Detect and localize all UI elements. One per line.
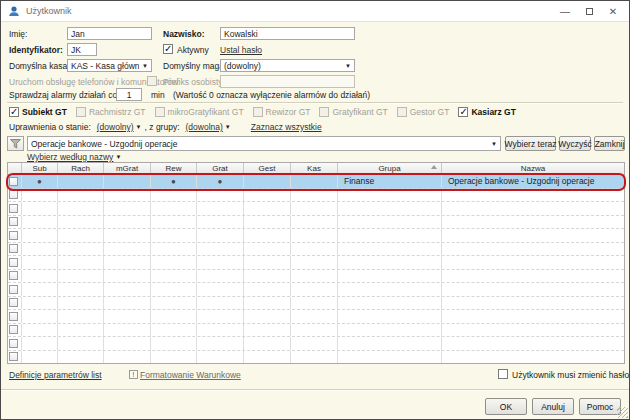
product-checkbox bbox=[155, 107, 165, 117]
set-password-link[interactable]: Ustal hasło bbox=[220, 45, 262, 55]
cell-sub bbox=[22, 283, 58, 296]
cell-mgrat bbox=[104, 175, 151, 188]
permission-row-empty[interactable] bbox=[8, 351, 624, 364]
last-name-input[interactable] bbox=[220, 27, 355, 40]
cell-rach bbox=[58, 351, 104, 364]
funnel-icon bbox=[10, 139, 21, 149]
select-now-button[interactable]: Wybierz teraz bbox=[505, 136, 556, 151]
product-checkbox[interactable] bbox=[458, 107, 468, 117]
select-all-link[interactable]: Zaznacz wszystkie bbox=[251, 122, 322, 132]
row-checkbox-cell bbox=[8, 297, 22, 310]
permission-row-empty[interactable] bbox=[8, 297, 624, 311]
row-checkbox[interactable] bbox=[9, 312, 18, 321]
first-name-input[interactable] bbox=[67, 27, 152, 40]
row-checkbox[interactable] bbox=[9, 285, 18, 294]
cell-mgrat bbox=[104, 337, 151, 350]
maximize-icon[interactable] bbox=[577, 2, 601, 21]
conditional-format-link[interactable]: Formatowanie Warunkowe bbox=[140, 370, 241, 380]
default-cash-label: Domyślna kasa: bbox=[9, 61, 69, 71]
product-checkbox bbox=[319, 107, 329, 117]
product-checkbox[interactable] bbox=[9, 107, 19, 117]
column-header-rew[interactable]: Rew bbox=[151, 163, 197, 174]
cell-gest bbox=[244, 175, 291, 188]
group-filter-link[interactable]: (dowolna) bbox=[186, 122, 223, 132]
row-checkbox[interactable] bbox=[9, 271, 18, 280]
row-checkbox[interactable] bbox=[9, 190, 18, 199]
state-filter-link[interactable]: (dowolny) bbox=[97, 122, 134, 132]
row-checkbox[interactable] bbox=[9, 339, 18, 348]
cell-mgrat bbox=[104, 229, 151, 242]
column-header-rach[interactable]: Rach bbox=[58, 163, 104, 174]
minimize-icon[interactable]: — bbox=[553, 2, 577, 21]
column-header-grupa[interactable]: Grupa bbox=[338, 163, 442, 174]
product-toggle[interactable]: Subiekt GT bbox=[9, 107, 67, 117]
column-header-mgrat[interactable]: mGrat bbox=[104, 163, 151, 174]
cell-mgrat bbox=[104, 216, 151, 229]
column-header-gest[interactable]: Gest bbox=[244, 163, 291, 174]
row-checkbox[interactable] bbox=[9, 231, 18, 240]
row-checkbox[interactable] bbox=[9, 325, 18, 334]
row-checkbox[interactable] bbox=[9, 298, 18, 307]
permission-row-empty[interactable] bbox=[8, 270, 624, 284]
filter-button[interactable] bbox=[7, 136, 24, 151]
clear-button[interactable]: Wyczyść bbox=[559, 136, 591, 151]
list-params-link[interactable]: Definicje parametrów list bbox=[9, 370, 102, 380]
cell-gest bbox=[244, 243, 291, 256]
cell-grupa bbox=[338, 283, 442, 296]
cell-kas bbox=[291, 337, 338, 350]
cell-rach bbox=[58, 297, 104, 310]
permission-row-empty[interactable] bbox=[8, 337, 624, 351]
cell-grat bbox=[197, 243, 244, 256]
cell-nazwa bbox=[442, 297, 624, 310]
cell-kas bbox=[291, 310, 338, 323]
alarms-unit: min bbox=[151, 90, 165, 100]
default-warehouse-dropdown[interactable]: (dowolny) ▼ bbox=[220, 59, 355, 72]
cell-kas bbox=[291, 216, 338, 229]
resize-grip[interactable] bbox=[617, 407, 628, 418]
cell-rew bbox=[151, 297, 197, 310]
cell-gest bbox=[244, 270, 291, 283]
table-corner-cell bbox=[8, 163, 22, 174]
row-checkbox[interactable] bbox=[9, 244, 18, 253]
column-header-kas[interactable]: Kas bbox=[291, 163, 338, 174]
cell-nazwa bbox=[442, 216, 624, 229]
product-toggle[interactable]: Kasiarz GT bbox=[458, 107, 515, 117]
column-header-nazwa[interactable]: Nazwa bbox=[442, 163, 624, 174]
cancel-button[interactable]: Anuluj bbox=[532, 398, 574, 415]
row-checkbox[interactable] bbox=[9, 177, 18, 186]
row-checkbox[interactable] bbox=[9, 258, 18, 267]
help-button[interactable]: Pomoc bbox=[579, 398, 621, 415]
permission-row-selected[interactable]: ●●●FinanseOperacje bankowe - Uzgodnij op… bbox=[8, 175, 624, 189]
cell-rew bbox=[151, 324, 197, 337]
row-checkbox[interactable] bbox=[9, 352, 18, 361]
row-checkbox[interactable] bbox=[9, 217, 18, 226]
row-checkbox[interactable] bbox=[9, 204, 18, 213]
close-icon[interactable]: ✕ bbox=[601, 2, 625, 21]
column-header-sub[interactable]: Sub bbox=[22, 163, 58, 174]
permission-row-empty[interactable] bbox=[8, 243, 624, 257]
permission-row-empty[interactable] bbox=[8, 310, 624, 324]
permission-dot: ● bbox=[218, 177, 223, 186]
close-panel-button[interactable]: Zamknij bbox=[594, 136, 625, 151]
permission-combobox[interactable]: Operacje bankowe - Uzgodnij operacje ▼ bbox=[27, 136, 501, 151]
active-checkbox[interactable] bbox=[163, 44, 173, 54]
cell-sub bbox=[22, 297, 58, 310]
alarms-input[interactable] bbox=[116, 88, 142, 101]
ok-button[interactable]: OK bbox=[485, 398, 527, 415]
permission-row-empty[interactable] bbox=[8, 229, 624, 243]
column-header-grat[interactable]: Grat bbox=[197, 163, 244, 174]
default-cash-dropdown[interactable]: KAS - Kasa główna ▼ bbox=[67, 59, 152, 72]
must-change-password-checkbox[interactable] bbox=[498, 369, 508, 379]
cell-grupa bbox=[338, 324, 442, 337]
cell-rach bbox=[58, 216, 104, 229]
permission-row-empty[interactable] bbox=[8, 256, 624, 270]
permission-row-empty[interactable] bbox=[8, 216, 624, 230]
permission-row-empty[interactable] bbox=[8, 324, 624, 338]
permission-row-empty[interactable] bbox=[8, 283, 624, 297]
sort-ascending-icon bbox=[431, 165, 437, 169]
permission-row-empty[interactable] bbox=[8, 189, 624, 203]
permission-row-empty[interactable] bbox=[8, 202, 624, 216]
select-by-name-link[interactable]: Wybierz według nazwy bbox=[27, 152, 113, 162]
cell-gest bbox=[244, 189, 291, 202]
identifier-input[interactable] bbox=[67, 43, 97, 56]
